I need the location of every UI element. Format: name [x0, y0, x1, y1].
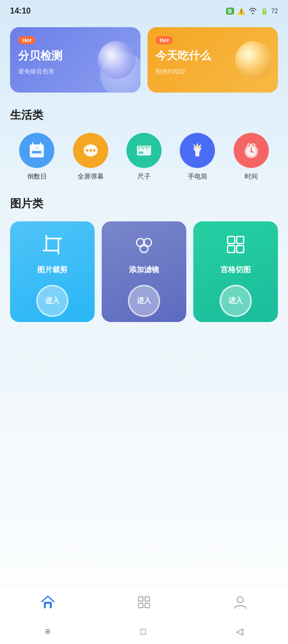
banner-area: Hot 分贝检测 避免噪音危害 Hot 今天吃什么 拒绝纠结症 [0, 22, 288, 103]
crop-enter-button[interactable]: 进入 [36, 285, 68, 317]
bottom-nav [0, 585, 288, 619]
nav-home[interactable] [25, 593, 70, 612]
svg-point-44 [140, 245, 148, 253]
battery-level: 72 [271, 8, 278, 15]
tool-countdown-icon-wrap: ≡ [19, 133, 54, 168]
svg-rect-20 [138, 151, 143, 154]
wifi-icon [248, 8, 257, 15]
svg-rect-52 [145, 597, 150, 601]
tool-countdown[interactable]: ≡ 倒数日 [19, 133, 54, 181]
tool-fullscreen-label: 全屏弹幕 [78, 172, 104, 181]
nav-profile[interactable] [218, 593, 263, 612]
banner-subtitle-left: 避免噪音危害 [18, 68, 54, 75]
life-tools-grid: ≡ 倒数日 全屏弹幕 [10, 133, 278, 181]
crop-icon [41, 233, 63, 260]
svg-point-33 [252, 144, 254, 147]
tool-ruler-label: 尺子 [137, 172, 151, 181]
warning-icon: ⚠️ [237, 8, 245, 15]
grid-label: 宫格切图 [221, 265, 251, 275]
image-tools-grid: 图片裁剪 进入 添加滤镜 进入 [10, 221, 278, 322]
tool-ruler-icon-wrap [126, 133, 162, 168]
svg-text:≡: ≡ [36, 146, 38, 149]
system-nav-bar: ≡ □ ◁ [0, 619, 288, 644]
nav-apps[interactable] [121, 593, 167, 612]
battery-icon: 🔋 [260, 8, 268, 15]
svg-point-10 [89, 149, 92, 152]
life-section-title: 生活类 [10, 108, 278, 123]
svg-rect-50 [46, 604, 50, 608]
status-time: 14:10 [10, 7, 31, 16]
svg-rect-4 [32, 151, 35, 153]
filter-enter-button[interactable]: 进入 [128, 285, 160, 317]
svg-point-36 [250, 150, 252, 152]
status-icons: B ⚠️ 🔋 72 [226, 8, 278, 15]
tool-time-label: 时间 [245, 172, 258, 181]
bottom-spacer [0, 332, 288, 392]
banner-card-food[interactable]: Hot 今天吃什么 拒绝纠结症 [148, 27, 278, 93]
tool-torch-label: 手电筒 [188, 172, 207, 181]
tool-fullscreen-icon-wrap [73, 133, 108, 168]
svg-rect-5 [35, 151, 38, 153]
tool-time[interactable]: 时间 [234, 133, 269, 181]
svg-rect-46 [237, 236, 244, 244]
svg-point-55 [237, 597, 243, 603]
svg-rect-48 [237, 246, 244, 253]
crop-svg [41, 233, 63, 256]
svg-rect-6 [38, 151, 41, 153]
svg-line-27 [200, 145, 201, 146]
profile-nav-icon [233, 595, 248, 610]
grid-icon [225, 233, 247, 260]
svg-rect-47 [228, 246, 235, 253]
crop-label: 图片裁剪 [37, 265, 67, 275]
tool-fullscreen[interactable]: 全屏弹幕 [73, 133, 108, 181]
image-tool-filter[interactable]: 添加滤镜 进入 [102, 221, 186, 322]
tool-torch[interactable]: 手电筒 [180, 133, 215, 181]
tool-countdown-label: 倒数日 [27, 172, 47, 181]
banner-card-decibel[interactable]: Hot 分贝检测 避免噪音危害 [10, 27, 140, 93]
grid-enter-button[interactable]: 进入 [220, 285, 252, 317]
grid-svg [225, 233, 247, 256]
status-bar: 14:10 B ⚠️ 🔋 72 [0, 0, 288, 22]
svg-line-26 [194, 145, 195, 146]
image-tool-grid[interactable]: 宫格切图 进入 [193, 221, 278, 322]
sys-nav-menu[interactable]: ≡ [35, 622, 60, 641]
svg-point-32 [248, 144, 250, 147]
svg-rect-53 [138, 603, 143, 608]
banner-subtitle-right: 拒绝纠结症 [156, 68, 186, 75]
filter-icon [133, 233, 155, 260]
svg-rect-37 [46, 238, 58, 251]
app-notification-icon: B [226, 8, 234, 15]
tool-torch-icon-wrap [180, 133, 215, 168]
apps-nav-icon [136, 595, 152, 610]
svg-rect-45 [228, 236, 235, 244]
countdown-svg-icon: ≡ [28, 141, 46, 159]
svg-point-9 [86, 149, 88, 152]
filter-label: 添加滤镜 [129, 265, 159, 275]
image-tool-crop[interactable]: 图片裁剪 进入 [10, 221, 95, 322]
ruler-svg-icon [135, 141, 153, 159]
image-section: 图片类 图片裁剪 进入 [0, 191, 288, 332]
sys-nav-back[interactable]: ◁ [226, 622, 253, 641]
sys-nav-home[interactable]: □ [130, 622, 156, 641]
svg-rect-54 [145, 603, 150, 608]
image-section-title: 图片类 [10, 196, 278, 211]
fullscreen-svg-icon [82, 141, 100, 159]
sphere-decoration-right [235, 41, 273, 79]
torch-svg-icon [188, 141, 206, 159]
hot-badge-right: Hot [156, 36, 173, 44]
tool-ruler[interactable]: 尺子 [126, 133, 162, 181]
svg-rect-51 [138, 597, 143, 601]
sphere-decoration-left [98, 41, 135, 79]
filter-svg [133, 233, 155, 256]
home-nav-icon [40, 595, 55, 610]
hot-badge-left: Hot [18, 36, 35, 44]
tool-time-icon-wrap [234, 133, 269, 168]
svg-point-11 [93, 149, 95, 152]
time-svg-icon [242, 141, 260, 159]
life-section: 生活类 ≡ 倒数日 [0, 103, 288, 191]
